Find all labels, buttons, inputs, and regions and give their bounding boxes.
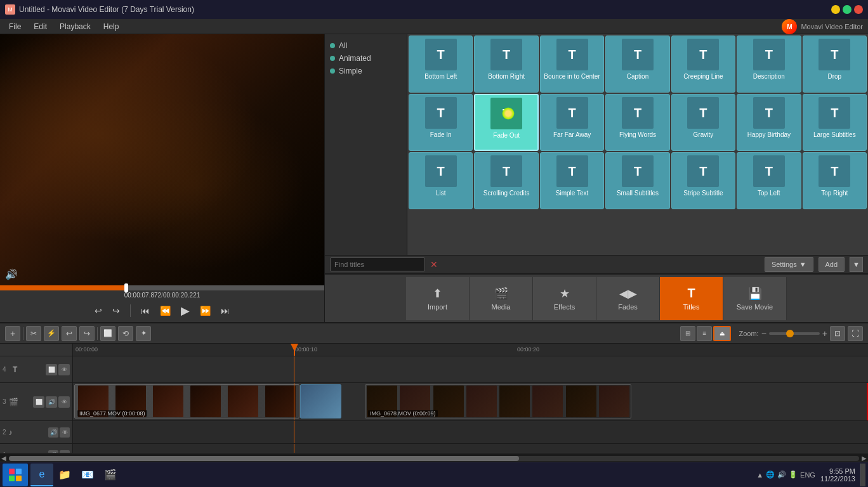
add-dropdown-button[interactable]: ▼	[850, 257, 863, 272]
title-bounce-center[interactable]: T Bounce in to Center	[540, 36, 604, 93]
maximize-button[interactable]	[843, 5, 852, 14]
tl-add-button[interactable]: +	[5, 326, 20, 341]
title-simple-text[interactable]: T Simple Text	[540, 152, 604, 209]
title-scrolling-credits[interactable]: T Scrolling Credits	[474, 152, 538, 209]
skip-start-button[interactable]: ⏮	[138, 304, 152, 317]
title-flying-words[interactable]: T Flying Words	[605, 94, 669, 151]
undo-button[interactable]: ↩	[92, 304, 105, 317]
taskbar-app-icon[interactable]: 🎬	[99, 464, 122, 486]
search-clear-button[interactable]: ✕	[430, 259, 438, 269]
title-gravity[interactable]: T Gravity	[671, 94, 735, 151]
title-far-far-away[interactable]: T Far Far Away	[540, 94, 604, 151]
volume-icon[interactable]: 🔊	[5, 268, 18, 280]
fullscreen-button[interactable]: ⛶	[848, 326, 863, 341]
fades-button[interactable]: ◀▶ Fades	[596, 277, 660, 320]
title-label: Top Left	[758, 190, 780, 197]
minimize-button[interactable]	[831, 5, 840, 14]
scroll-left-button[interactable]: ◀	[1, 455, 6, 462]
title-small-subtitles[interactable]: T Small Subtitles	[605, 152, 669, 209]
clip-gap[interactable]	[300, 384, 341, 419]
menu-help[interactable]: Help	[97, 21, 126, 32]
view-timeline-button[interactable]: ≡	[697, 326, 712, 341]
title-list[interactable]: T List	[409, 152, 473, 209]
category-simple[interactable]: Simple	[327, 65, 404, 77]
close-button[interactable]	[854, 5, 863, 14]
start-button[interactable]	[3, 464, 28, 486]
track-4-num: 4	[3, 366, 10, 373]
tl-split-button[interactable]: ⚡	[44, 326, 59, 341]
title-top-right[interactable]: T Top Right	[803, 152, 867, 209]
menu-file[interactable]: File	[3, 21, 27, 32]
track-3-eye-btn[interactable]: 👁	[58, 396, 70, 408]
tl-cut-button[interactable]: ✂	[26, 326, 41, 341]
settings-button[interactable]: Settings ▼	[765, 257, 813, 272]
taskbar: e 📁 📧 🎬 ▲ 🌐 🔊 🔋 ENG 9:55 PM 11/22/2013	[0, 462, 868, 487]
zoom-in-button[interactable]: +	[822, 328, 827, 339]
track-2-eye-btn[interactable]: 👁	[60, 427, 70, 438]
tl-crop-button[interactable]: ⬜	[100, 326, 115, 341]
zoom-slider[interactable]	[769, 332, 820, 335]
tl-rotate-button[interactable]: ⟲	[118, 326, 133, 341]
title-fade-in[interactable]: T Fade In	[409, 94, 473, 151]
tl-effect-button[interactable]: ✦	[136, 326, 151, 341]
cat-dot	[330, 43, 335, 48]
current-time: 00:00:07.872	[124, 292, 161, 299]
track-4-clip-btn[interactable]: ⬜	[46, 364, 57, 375]
title-fade-out[interactable]: T Fade Out	[474, 94, 538, 151]
fit-timeline-button[interactable]: ⊡	[830, 326, 845, 341]
titles-scrollable-grid[interactable]: T Bottom Left T Bottom Right T Bounce in…	[407, 34, 868, 255]
category-animated[interactable]: Animated	[327, 52, 404, 65]
effects-button[interactable]: ★ Effects	[533, 277, 596, 320]
track-2-vol-btn[interactable]: 🔊	[48, 427, 58, 438]
scroll-right-button[interactable]: ▶	[862, 455, 867, 462]
category-all[interactable]: All	[327, 39, 404, 52]
track-4-content	[73, 356, 868, 382]
import-button[interactable]: ⬆ Import	[406, 277, 470, 320]
timeline-progress	[0, 285, 126, 290]
title-large-subtitles[interactable]: T Large Subtitles	[803, 94, 867, 151]
title-creeping-line[interactable]: T Creeping Line	[671, 36, 735, 93]
title-top-left[interactable]: T Top Left	[737, 152, 801, 209]
view-clip-button[interactable]: ⏏	[713, 326, 731, 341]
track-3: 3 🎬 ⬜ 🔊 👁	[0, 383, 868, 421]
taskbar-ie-icon[interactable]: e	[30, 464, 53, 486]
menu-edit[interactable]: Edit	[27, 21, 53, 32]
media-button[interactable]: 🎬 Media	[470, 277, 533, 320]
title-description[interactable]: T Description	[737, 36, 801, 93]
taskbar-explorer-icon[interactable]: 📁	[53, 464, 76, 486]
title-drop[interactable]: T Drop	[803, 36, 867, 93]
track-3-vol-btn[interactable]: 🔊	[46, 396, 57, 408]
title-caption[interactable]: T Caption	[605, 36, 669, 93]
play-button[interactable]: ▶	[178, 302, 192, 319]
clip-video1[interactable]: IMG_0677.MOV (0:00:08)	[74, 384, 299, 419]
view-storyboard-button[interactable]: ⊞	[680, 326, 695, 341]
tl-redo-button[interactable]: ↪	[79, 326, 95, 341]
movavi-branding: M Movavi Video Editor	[782, 19, 863, 34]
add-button[interactable]: Add	[819, 257, 845, 272]
step-back-button[interactable]: ⏪	[157, 304, 173, 317]
save-movie-button[interactable]: 💾 Save Movie	[723, 277, 787, 320]
titles-button[interactable]: T Titles	[660, 277, 723, 320]
zoom-out-button[interactable]: −	[761, 328, 766, 339]
title-happy-birthday[interactable]: T Happy Birthday	[737, 94, 801, 151]
track-4-eye-btn[interactable]: 👁	[58, 364, 70, 375]
title-label: Bounce in to Center	[544, 73, 600, 81]
tl-undo-button[interactable]: ↩	[62, 326, 77, 341]
taskbar-outlook-icon[interactable]: 📧	[76, 464, 99, 486]
title-bottom-left[interactable]: T Bottom Left	[409, 36, 473, 93]
show-desktop-button[interactable]	[860, 464, 865, 486]
menu-playback[interactable]: Playback	[53, 21, 97, 32]
step-forward-button[interactable]: ⏩	[197, 304, 213, 317]
track-1-header: 1 ♪ 🔊 👁	[0, 444, 73, 453]
skip-end-button[interactable]: ⏭	[218, 304, 232, 317]
tray-volume-icon[interactable]: 🔊	[777, 471, 786, 479]
timeline-scrubber[interactable]	[0, 285, 324, 290]
search-input[interactable]	[330, 257, 425, 271]
redo-button[interactable]: ↪	[110, 304, 122, 317]
thumb3	[153, 386, 183, 417]
track-3-clip-btn[interactable]: ⬜	[33, 396, 44, 408]
title-stripe-subtitle[interactable]: T Stripe Subtitle	[671, 152, 735, 209]
title-bottom-right[interactable]: T Bottom Right	[474, 36, 538, 93]
clip-video2[interactable]: IMG_0678.MOV (0:00:09)	[365, 384, 631, 419]
tray-expand[interactable]: ▲	[756, 471, 763, 479]
